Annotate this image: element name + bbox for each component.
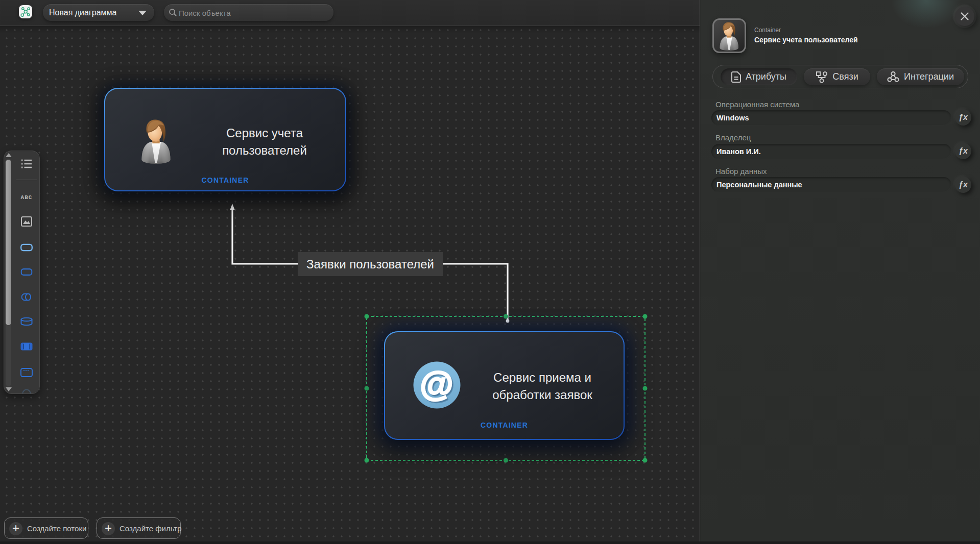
svg-text:@: @ bbox=[420, 364, 453, 403]
